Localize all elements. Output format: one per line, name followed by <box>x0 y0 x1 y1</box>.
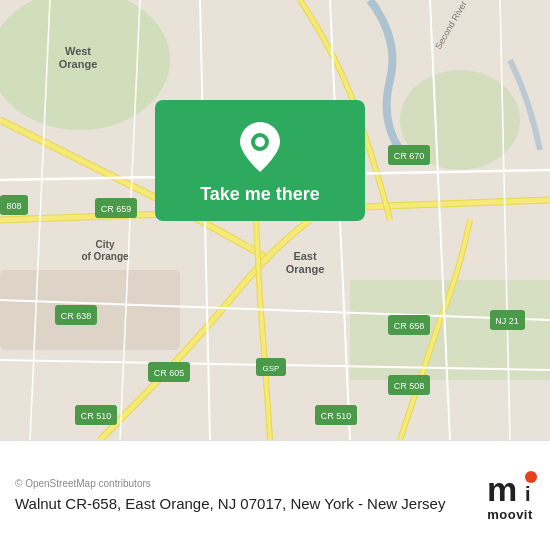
info-bar: © OpenStreetMap contributors Walnut CR-6… <box>0 440 550 550</box>
svg-text:808: 808 <box>6 201 21 211</box>
svg-text:CR 638: CR 638 <box>61 311 92 321</box>
svg-text:NJ 21: NJ 21 <box>495 316 519 326</box>
svg-text:CR 659: CR 659 <box>101 204 132 214</box>
location-name: Walnut CR-658, East Orange, NJ 07017, Ne… <box>15 493 475 514</box>
svg-text:GSP: GSP <box>263 364 280 373</box>
location-card: Take me there <box>155 100 365 221</box>
map-attribution: © OpenStreetMap contributors <box>15 478 475 489</box>
take-me-there-button[interactable]: Take me there <box>200 184 320 206</box>
svg-text:CR 510: CR 510 <box>321 411 352 421</box>
moovit-wordmark: moovit <box>487 507 533 522</box>
moovit-icon: m i <box>485 469 535 505</box>
svg-text:CR 670: CR 670 <box>394 151 425 161</box>
svg-text:Orange: Orange <box>286 263 325 275</box>
svg-text:of Orange: of Orange <box>81 251 129 262</box>
svg-text:CR 658: CR 658 <box>394 321 425 331</box>
svg-text:i: i <box>525 483 531 505</box>
location-pin-icon <box>238 120 282 174</box>
svg-point-44 <box>255 137 265 147</box>
svg-text:m: m <box>487 470 517 508</box>
map-container: CR 659 CR 670 CR 638 CR 605 CR 510 CR 51… <box>0 0 550 440</box>
svg-text:East: East <box>293 250 317 262</box>
moovit-logo: m i moovit <box>485 469 535 522</box>
svg-text:CR 510: CR 510 <box>81 411 112 421</box>
svg-point-46 <box>525 471 537 483</box>
svg-text:CR 605: CR 605 <box>154 368 185 378</box>
svg-text:West: West <box>65 45 91 57</box>
svg-text:Orange: Orange <box>59 58 98 70</box>
svg-text:City: City <box>96 239 115 250</box>
info-text: © OpenStreetMap contributors Walnut CR-6… <box>15 478 475 514</box>
svg-text:CR 508: CR 508 <box>394 381 425 391</box>
